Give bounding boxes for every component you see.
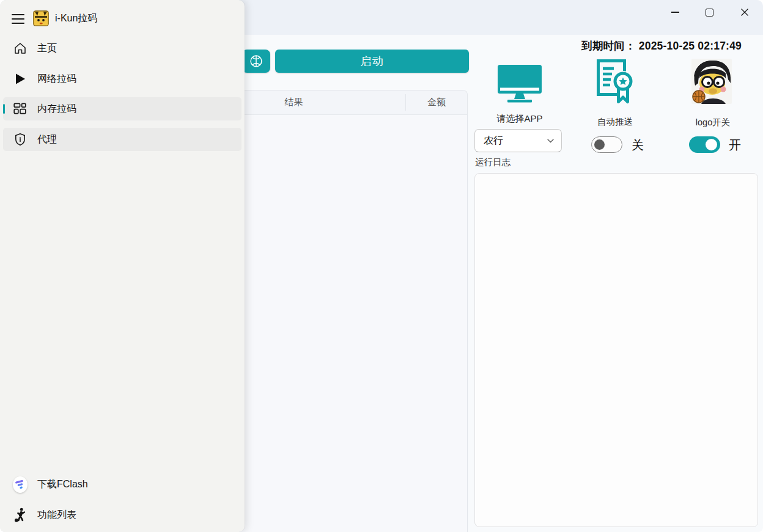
sidebar-item-proxy[interactable]: 代理 <box>3 128 241 151</box>
hamburger-button[interactable] <box>9 10 29 28</box>
certificate-icon-wrap <box>594 57 636 109</box>
sidebar-item-download-fclash[interactable]: 下载FClash <box>3 473 241 496</box>
sidebar-item-label: 网络拉码 <box>37 73 76 86</box>
app-select-dropdown[interactable]: 农行 <box>474 129 562 152</box>
logo-switch-toggle[interactable] <box>689 136 720 153</box>
shield-icon <box>13 132 28 147</box>
hamburger-icon <box>12 14 24 15</box>
run-log-textbox[interactable] <box>474 173 758 527</box>
toggle-knob <box>594 139 605 150</box>
home-icon <box>13 41 28 56</box>
start-button[interactable]: 启动 <box>275 50 469 73</box>
minimize-icon <box>671 12 679 13</box>
minimize-button[interactable] <box>663 3 687 21</box>
app-logo-icon <box>33 10 49 26</box>
expiry-time: 到期时间： 2025-10-25 02:17:49 <box>581 39 742 53</box>
monitor-icon-wrap <box>494 64 545 105</box>
app-select-value: 农行 <box>484 135 547 147</box>
expiry-value: 2025-10-25 02:17:49 <box>639 40 742 52</box>
auto-push-state: 关 <box>632 137 644 153</box>
expiry-label: 到期时间： <box>581 40 636 52</box>
sidebar-item-network[interactable]: 网络拉码 <box>3 67 241 91</box>
maximize-icon <box>706 9 713 17</box>
auto-push-label: 自动推送 <box>584 116 646 128</box>
sidebar-item-label: 下载FClash <box>37 478 88 491</box>
table-header-amount: 金额 <box>406 91 467 114</box>
sidebar-item-home[interactable]: 主页 <box>3 37 241 60</box>
selected-indicator <box>3 104 5 114</box>
auto-push-toggle[interactable] <box>591 136 622 153</box>
maximize-button[interactable] <box>698 3 721 21</box>
basketball-icon <box>248 53 264 69</box>
app-select-label: 请选择APP <box>474 113 565 125</box>
app-window: 到期时间： 2025-10-25 02:17:49 启动 结果 金额 请选 <box>0 0 763 532</box>
sidebar-item-label: 主页 <box>37 42 57 55</box>
monitor-icon <box>497 65 542 104</box>
start-button-label: 启动 <box>361 54 384 68</box>
app-title: i-Kun拉码 <box>55 12 97 25</box>
basketball-player-icon <box>13 508 28 522</box>
certificate-icon <box>595 58 635 108</box>
play-icon <box>13 72 28 86</box>
basketball-button[interactable] <box>242 50 270 73</box>
sidebar-item-label: 代理 <box>37 133 57 146</box>
chevron-down-icon <box>547 139 554 143</box>
sidebar-item-label: 内存拉码 <box>37 103 76 116</box>
logo-switch-state: 开 <box>729 137 741 153</box>
logo-switch-label: logo开关 <box>682 117 743 128</box>
sidebar-item-feature-list[interactable]: 功能列表 <box>3 503 241 526</box>
sidebar-item-memory[interactable]: 内存拉码 <box>3 97 241 120</box>
close-button[interactable] <box>733 3 756 21</box>
toggle-knob <box>706 139 717 150</box>
grid-icon <box>13 102 28 116</box>
avatar-image <box>691 59 732 104</box>
sidebar-item-label: 功能列表 <box>37 509 76 522</box>
fclash-icon <box>13 477 28 492</box>
close-icon <box>740 8 749 17</box>
navigation-sidebar: i-Kun拉码 主页 网络拉码 <box>0 0 245 532</box>
run-log-label: 运行日志 <box>475 157 511 168</box>
